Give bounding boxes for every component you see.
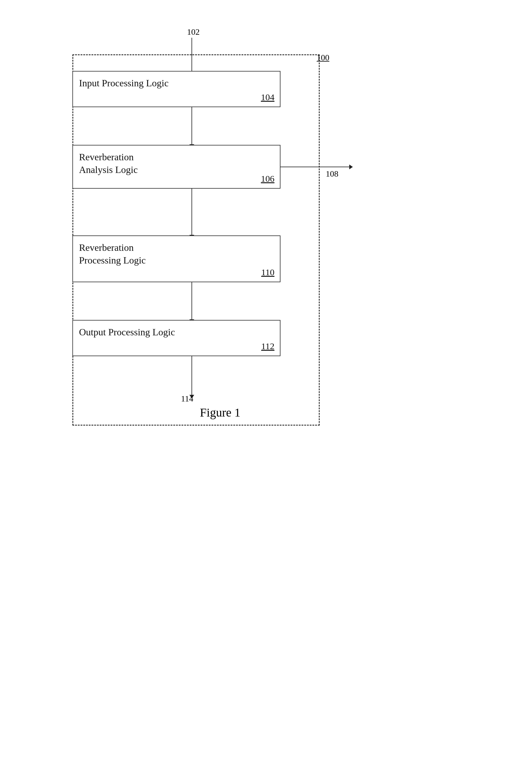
output-processing-block: Output Processing Logic 112 xyxy=(72,320,280,356)
system-label: 100 xyxy=(317,53,329,62)
reverberation-analysis-block: Reverberation Analysis Logic 106 xyxy=(72,145,280,188)
output-arrow-114 xyxy=(192,356,192,395)
reverberation-processing-label: Reverberation Processing Logic xyxy=(79,242,274,267)
output-processing-number: 112 xyxy=(261,341,274,351)
reverberation-processing-block: Reverberation Processing Logic 110 xyxy=(72,236,280,282)
reverberation-analysis-number: 106 xyxy=(261,173,274,184)
reverberation-analysis-label: Reverberation Analysis Logic xyxy=(79,151,274,176)
arrow-110-to-112 xyxy=(192,282,192,320)
arrow-104-to-106 xyxy=(192,107,192,145)
diagram-area: 102 100 Input Processing Logic 104 Rever… xyxy=(54,18,386,486)
label-114: 114 xyxy=(181,394,193,404)
input-processing-label: Input Processing Logic xyxy=(79,78,169,88)
arrow-106-to-110 xyxy=(192,188,192,236)
label-102: 102 xyxy=(187,27,200,37)
reverberation-processing-number: 110 xyxy=(261,267,274,277)
input-processing-number: 104 xyxy=(261,92,274,102)
figure-caption: Figure 1 xyxy=(54,405,386,420)
output-processing-label: Output Processing Logic xyxy=(79,327,175,338)
side-arrow-108 xyxy=(280,166,350,167)
input-processing-block: Input Processing Logic 104 xyxy=(72,71,280,107)
label-108: 108 xyxy=(326,169,338,179)
